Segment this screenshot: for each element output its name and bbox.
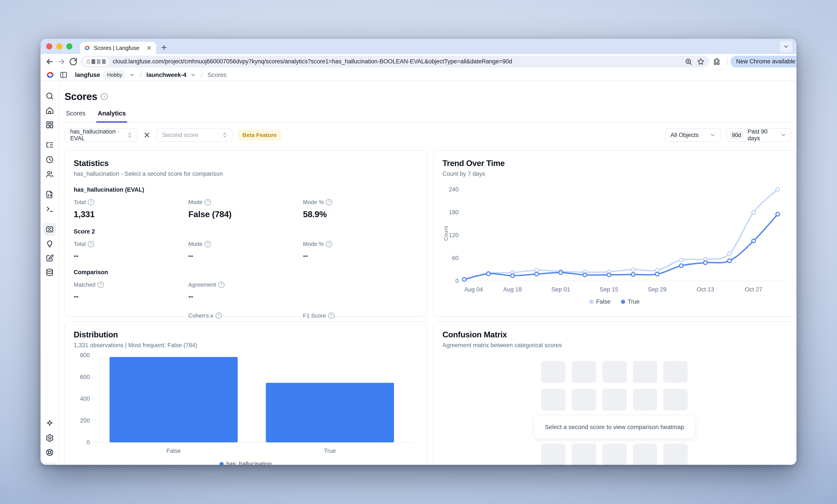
stat-matched: Matched?-- xyxy=(74,281,188,301)
svg-text:False: False xyxy=(166,448,181,454)
sidebar-item-playground[interactable] xyxy=(43,203,56,215)
forward-icon[interactable] xyxy=(57,57,66,66)
stat-total-2: Total?-- xyxy=(74,241,188,260)
stat-total: Total?1,331 xyxy=(74,199,188,219)
trend-title: Trend Over Time xyxy=(443,159,786,168)
placeholder-cell xyxy=(663,444,688,465)
stat-mode-pct: Mode %?58.9% xyxy=(303,199,417,219)
score1-select[interactable]: has_hallucination · EVAL xyxy=(65,128,137,142)
svg-text:Sep 01: Sep 01 xyxy=(551,286,570,293)
breadcrumb-separator: / xyxy=(139,71,143,79)
sidebar-item-tracing[interactable] xyxy=(43,139,56,152)
breadcrumb-org[interactable]: langfuse xyxy=(75,71,100,78)
svg-text:Oct 13: Oct 13 xyxy=(697,286,714,293)
address-bar[interactable]: cloud.langfuse.com/project/cmhnuoj660007… xyxy=(81,56,710,68)
project-chevron-icon[interactable] xyxy=(190,72,196,78)
legend-item[interactable]: False xyxy=(589,298,610,305)
updown-chevron-icon xyxy=(222,131,228,139)
sidebar-item-annotation[interactable] xyxy=(43,252,56,264)
sidebar-item-settings[interactable] xyxy=(43,432,56,444)
svg-text:Aug 04: Aug 04 xyxy=(464,286,483,293)
placeholder-cell xyxy=(633,389,657,411)
close-window-button[interactable] xyxy=(46,43,52,50)
help-icon[interactable]: ? xyxy=(218,282,225,288)
help-icon[interactable]: ? xyxy=(88,199,94,205)
zoom-icon[interactable] xyxy=(684,58,693,66)
help-icon[interactable]: ? xyxy=(97,282,104,288)
sidebar-item-home[interactable] xyxy=(43,104,56,117)
help-icon[interactable]: ? xyxy=(216,313,222,319)
sidebar-item-sessions[interactable] xyxy=(43,153,56,166)
sidebar-item-support[interactable] xyxy=(43,446,56,459)
zoom-window-button[interactable] xyxy=(66,43,72,50)
langfuse-favicon xyxy=(84,45,90,51)
svg-text:Oct 27: Oct 27 xyxy=(745,286,763,293)
new-tab-button[interactable] xyxy=(159,43,169,52)
user-avatar[interactable]: M xyxy=(43,463,56,465)
playground-icon xyxy=(45,205,54,213)
sidebar-item-users[interactable] xyxy=(43,168,56,180)
svg-text:240: 240 xyxy=(449,186,459,193)
svg-text:0: 0 xyxy=(87,439,90,446)
datasets-icon xyxy=(45,268,54,277)
sidebar-item-evaluation[interactable] xyxy=(43,223,56,236)
svg-text:180: 180 xyxy=(449,209,459,216)
second-score-select[interactable]: Second score xyxy=(157,128,232,142)
second-score-placeholder: Second score xyxy=(162,132,218,138)
sidebar-toggle-icon[interactable] xyxy=(60,71,68,79)
reload-icon[interactable] xyxy=(69,57,77,66)
sidebar-item-search[interactable] xyxy=(43,90,56,102)
placeholder-cell xyxy=(541,389,566,411)
chevron-down-icon xyxy=(780,132,786,138)
placeholder-cell xyxy=(541,444,566,465)
help-icon[interactable]: ? xyxy=(205,241,211,247)
app-header: langfuse Hobby / launchweek-4 / Scores xyxy=(40,69,797,81)
help-icon[interactable]: ? xyxy=(326,199,332,205)
browser-tab[interactable]: Scores | Langfuse xyxy=(80,42,156,54)
sidebar-item-datasets[interactable] xyxy=(43,266,56,279)
langfuse-logo xyxy=(46,71,54,79)
confusion-subtitle: Agreement matrix between categorical sco… xyxy=(443,342,786,349)
trend-chart: 060120180240CountAug 04Aug 18Sep 01Sep 1… xyxy=(443,180,786,296)
placeholder-cell xyxy=(572,444,596,465)
objects-filter-select[interactable]: All Objects xyxy=(665,128,720,142)
sidebar-item-ask-ai[interactable] xyxy=(43,417,56,430)
dashboards-icon xyxy=(45,120,54,129)
sidebar-item-insights[interactable] xyxy=(43,238,56,250)
svg-text:Aug 18: Aug 18 xyxy=(503,286,522,293)
sessions-icon xyxy=(45,155,54,164)
help-icon[interactable]: ? xyxy=(205,199,211,205)
chrome-update-pill[interactable]: New Chrome available xyxy=(730,56,797,68)
browser-toolbar: cloud.langfuse.com/project/cmhnuoj660007… xyxy=(40,54,797,69)
help-icon[interactable]: ? xyxy=(326,241,332,247)
breadcrumb-project[interactable]: launchweek-4 xyxy=(146,71,186,78)
svg-text:60: 60 xyxy=(452,255,459,261)
close-tab-icon[interactable] xyxy=(146,45,152,51)
site-info-chip[interactable] xyxy=(83,57,109,66)
beta-feature-badge: Beta Feature xyxy=(238,130,281,141)
back-icon[interactable] xyxy=(45,57,54,66)
sidebar-item-prompts[interactable] xyxy=(43,188,56,201)
clear-score-icon[interactable] xyxy=(143,131,151,139)
tab-scores[interactable]: Scores xyxy=(65,110,87,123)
help-icon[interactable]: ? xyxy=(88,241,94,247)
sidebar-item-dashboards[interactable] xyxy=(43,118,56,131)
tab-search-button[interactable] xyxy=(780,41,792,52)
date-range-select[interactable]: 90d Past 90 days xyxy=(726,128,791,142)
bookmark-star-icon[interactable] xyxy=(697,58,705,66)
prompts-icon xyxy=(45,190,54,199)
info-icon[interactable]: i xyxy=(101,93,108,100)
legend-item[interactable]: True xyxy=(621,298,640,305)
legend-item[interactable]: has_hallucination xyxy=(219,461,272,465)
extensions-puzzle-icon[interactable] xyxy=(713,57,721,66)
tab-analytics[interactable]: Analytics xyxy=(96,110,127,123)
minimize-window-button[interactable] xyxy=(56,43,63,50)
trend-card: Trend Over Time Count by 7 days 06012018… xyxy=(433,150,796,317)
browser-profile-avatar[interactable] xyxy=(727,57,727,67)
placeholder-cell xyxy=(541,361,566,383)
distribution-subtitle: 1,331 observations | Most frequent: Fals… xyxy=(74,342,417,349)
score1-heading: has_hallucination (EVAL) xyxy=(74,186,417,193)
org-chevron-icon[interactable] xyxy=(129,72,135,78)
help-icon[interactable]: ? xyxy=(328,313,335,319)
url-text[interactable]: cloud.langfuse.com/project/cmhnuoj660007… xyxy=(113,58,681,65)
